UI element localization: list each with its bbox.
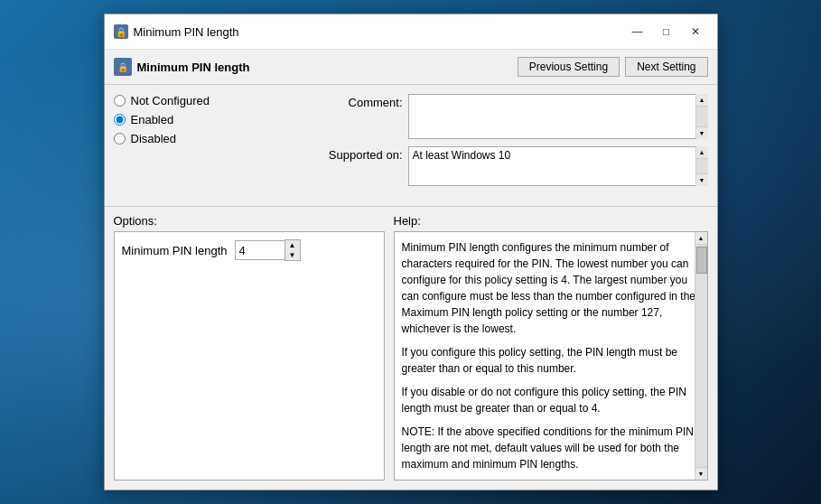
comment-scroll-up[interactable]: ▲	[696, 94, 708, 107]
bottom-panels: Minimum PIN length ▲ ▼ Minimum PIN lengt…	[105, 231, 717, 490]
window-title: Minimum PIN length	[134, 25, 239, 39]
help-paragraph-3: If you disable or do not configure this …	[402, 384, 700, 416]
help-panel: Minimum PIN length configures the minimu…	[394, 231, 708, 481]
spin-down-button[interactable]: ▼	[285, 250, 300, 260]
comment-label: Comment:	[322, 94, 403, 109]
options-label-text: Options:	[114, 214, 394, 228]
divider	[105, 206, 717, 207]
next-setting-button[interactable]: Next Setting	[625, 57, 707, 77]
supported-scroll-down[interactable]: ▼	[696, 173, 708, 186]
comment-scrollbar: ▲ ▼	[695, 94, 708, 139]
help-paragraph-1: Minimum PIN length configures the minimu…	[402, 239, 700, 337]
maximize-button[interactable]: □	[654, 22, 679, 42]
options-panel: Minimum PIN length ▲ ▼	[114, 231, 385, 481]
pin-value-input[interactable]	[235, 240, 285, 260]
comment-textarea[interactable]	[408, 94, 708, 139]
help-scroll-track	[695, 245, 707, 467]
header-buttons: Previous Setting Next Setting	[518, 57, 708, 77]
radio-panel: Not Configured Enabled Disabled	[114, 94, 313, 193]
header-icon: 🔒	[114, 58, 132, 76]
radio-disabled[interactable]: Disabled	[114, 132, 313, 145]
radio-not-configured[interactable]: Not Configured	[114, 94, 313, 107]
radio-not-configured-input[interactable]	[114, 95, 126, 107]
option-row: Minimum PIN length ▲ ▼	[122, 239, 377, 261]
supported-scrollbar: ▲ ▼	[695, 146, 708, 186]
supported-value: At least Windows 10	[408, 146, 708, 186]
pin-label: Minimum PIN length	[122, 244, 228, 257]
supported-scroll-up[interactable]: ▲	[696, 146, 708, 159]
radio-group: Not Configured Enabled Disabled	[114, 94, 313, 145]
radio-enabled-input[interactable]	[114, 114, 126, 126]
close-button[interactable]: ✕	[683, 22, 708, 42]
title-bar: 🔒 Minimum PIN length — □ ✕	[105, 14, 717, 50]
supported-field-container: At least Windows 10 ▲ ▼	[408, 146, 708, 186]
help-paragraph-4: NOTE: If the above specified conditions …	[402, 424, 700, 472]
help-scroll-thumb	[696, 247, 707, 274]
supported-label: Supported on:	[322, 146, 403, 162]
main-content: Not Configured Enabled Disabled Comment:	[105, 85, 717, 202]
spin-up-button[interactable]: ▲	[285, 240, 300, 250]
header-row: 🔒 Minimum PIN length Previous Setting Ne…	[105, 50, 717, 85]
help-text: Minimum PIN length configures the minimu…	[402, 239, 700, 472]
spin-buttons: ▲ ▼	[285, 239, 301, 261]
title-bar-left: 🔒 Minimum PIN length	[114, 24, 239, 39]
supported-row: Supported on: At least Windows 10 ▲ ▼	[322, 146, 708, 186]
help-scrollbar: ▲ ▼	[695, 232, 707, 480]
comment-scroll-track	[696, 107, 708, 126]
help-scroll-down[interactable]: ▼	[695, 467, 707, 480]
radio-disabled-label: Disabled	[131, 132, 177, 145]
comment-row: Comment: ▲ ▼	[322, 94, 708, 139]
help-label-text: Help:	[394, 214, 708, 228]
header-title: Minimum PIN length	[137, 61, 250, 74]
header-left: 🔒 Minimum PIN length	[114, 58, 250, 76]
minimize-button[interactable]: —	[625, 22, 650, 42]
radio-enabled[interactable]: Enabled	[114, 113, 313, 126]
spin-container: ▲ ▼	[235, 239, 301, 261]
right-panel: Comment: ▲ ▼ Supported on: At least Wind…	[322, 94, 708, 193]
radio-not-configured-label: Not Configured	[131, 94, 210, 107]
window-icon: 🔒	[114, 24, 128, 39]
previous-setting-button[interactable]: Previous Setting	[518, 57, 620, 77]
radio-disabled-input[interactable]	[114, 133, 126, 145]
help-scroll-up[interactable]: ▲	[695, 232, 707, 245]
supported-scroll-track	[696, 159, 708, 173]
main-window: 🔒 Minimum PIN length — □ ✕ 🔒 Minimum PIN…	[104, 14, 718, 490]
help-paragraph-2: If you configure this policy setting, th…	[402, 344, 700, 377]
comment-scroll-down[interactable]: ▼	[696, 126, 708, 139]
options-help-labels: Options: Help:	[105, 210, 717, 231]
comment-field-container: ▲ ▼	[408, 94, 708, 139]
title-buttons: — □ ✕	[625, 22, 708, 42]
radio-enabled-label: Enabled	[131, 113, 174, 126]
